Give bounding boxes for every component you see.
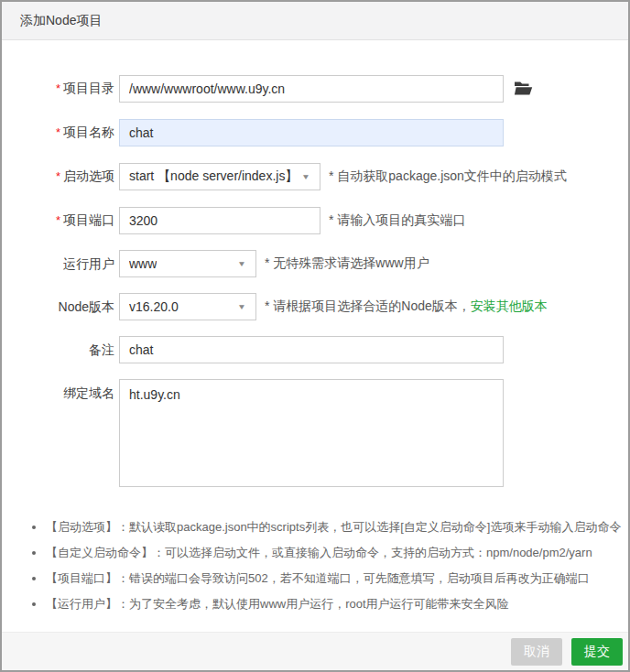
project-port-input[interactable] [119,207,320,234]
chevron-down-icon: ▼ [237,260,246,268]
start-option-select[interactable]: start 【node server/index.js】 ▼ [119,163,320,190]
note-run-user: 【运行用户】：为了安全考虑，默认使用www用户运行，root用户运行可能带来安全… [46,591,628,617]
project-name-input[interactable] [119,119,504,146]
help-notes: 【启动选项】：默认读取package.json中的scripts列表，也可以选择… [2,515,628,617]
project-name-label: *项目名称 [2,118,119,146]
project-directory-input[interactable] [119,75,504,103]
browse-directory-button[interactable] [512,79,535,98]
form-row-start-option: *启动选项 start 【node server/index.js】 ▼ * 自… [2,162,628,190]
start-option-label: *启动选项 [2,162,119,190]
run-user-select[interactable]: www ▼ [119,250,256,277]
bind-domain-label: 绑定域名 [2,379,119,406]
run-user-value: www [129,256,157,271]
required-mark: * [56,81,60,95]
form-row-project-directory: *项目目录 [2,74,628,103]
node-version-hint: * 请根据项目选择合适的Node版本，安装其他版本 [265,298,548,315]
form-row-project-port: *项目端口 * 请输入项目的真实端口 [2,206,628,234]
project-port-hint: * 请输入项目的真实端口 [329,212,465,229]
remark-label: 备注 [2,336,119,363]
submit-button[interactable]: 提交 [571,638,623,666]
bind-domain-textarea[interactable]: ht.u9y.cn [119,379,504,487]
dialog-body: *项目目录 *项目名称 *启动选项 start 【node server/ind… [2,40,628,632]
form-row-node-version: Node版本 v16.20.0 ▼ * 请根据项目选择合适的Node版本，安装其… [2,293,628,320]
note-custom-command: 【自定义启动命令】：可以选择启动文件，或直接输入启动命令，支持的启动方式：npm… [46,540,628,566]
chevron-down-icon: ▼ [301,172,310,180]
start-option-value: start 【node server/index.js】 [129,168,298,185]
required-mark: * [56,213,60,227]
run-user-hint: * 无特殊需求请选择www用户 [265,255,429,272]
chevron-down-icon: ▼ [237,303,246,311]
cancel-button[interactable]: 取消 [511,638,562,666]
note-project-port: 【项目端口】：错误的端口会导致访问502，若不知道端口，可先随意填写，启动项目后… [46,566,628,591]
form-row-bind-domain: 绑定域名 ht.u9y.cn [2,379,628,487]
required-mark: * [56,125,60,139]
start-option-hint: * 自动获取package.json文件中的启动模式 [329,168,567,185]
folder-open-icon [514,81,533,96]
note-start-option: 【启动选项】：默认读取package.json中的scripts列表，也可以选择… [46,515,628,540]
dialog-footer: 取消 提交 [2,632,628,670]
node-version-select[interactable]: v16.20.0 ▼ [119,293,256,320]
required-mark: * [56,169,60,183]
dialog-title: 添加Node项目 [20,13,102,29]
run-user-label: 运行用户 [2,250,119,277]
remark-input[interactable] [119,336,504,363]
install-other-version-link[interactable]: 安装其他版本 [471,298,548,313]
node-version-value: v16.20.0 [129,299,179,314]
form-row-run-user: 运行用户 www ▼ * 无特殊需求请选择www用户 [2,250,628,277]
project-port-label: *项目端口 [2,206,119,234]
form-row-project-name: *项目名称 [2,118,628,146]
dialog-titlebar: 添加Node项目 [2,2,628,40]
add-node-project-dialog: 添加Node项目 *项目目录 *项目名称 *启动选项 start 【node s… [0,0,630,672]
form-row-remark: 备注 [2,336,628,363]
project-directory-label: *项目目录 [2,74,119,103]
node-version-label: Node版本 [2,293,119,320]
